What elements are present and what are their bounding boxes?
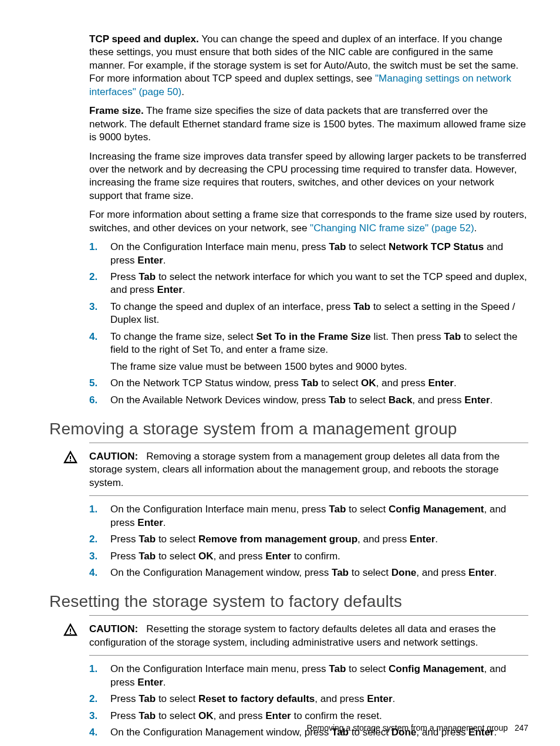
bold: Enter [367,693,392,704]
step-item: 2.Press Tab to select Remove from manage… [89,533,528,546]
bold: OK [198,710,214,721]
bold: Tab [329,241,346,252]
paragraph-tcp: TCP speed and duplex. You can change the… [49,33,528,99]
step-text: On the Configuration Interface main menu… [110,241,503,265]
step-text: Press Tab to select the network interfac… [110,271,527,295]
bold: Enter [137,255,163,266]
bold: Enter [428,377,453,389]
step-number: 3. [89,710,97,723]
bold: Tab [139,534,156,545]
bold: Tab [329,394,346,406]
caution-text: Removing a storage system from a managem… [89,451,500,488]
caution-label: CAUTION: [89,451,138,462]
caution-label: CAUTION: [89,623,138,634]
step-item: 3.To change the speed and duplex of an i… [89,301,528,327]
step-item: 6.On the Available Network Devices windo… [89,394,528,407]
bold: Tab [329,504,346,515]
bold: Reset to factory defaults [198,693,315,704]
step-item: 1.On the Configuration Interface main me… [89,503,528,529]
step-text: On the Configuration Management window, … [110,567,497,578]
step-number: 4. [89,330,97,343]
caution-removing: CAUTION: Removing a storage system from … [49,450,528,490]
section-rule [89,615,528,616]
step-number: 3. [89,301,97,313]
step-text: Press Tab to select Reset to factory def… [110,693,395,704]
step-item: 1.On the Configuration Interface main me… [89,241,528,267]
bold: Enter [137,677,163,688]
step-text: To change the frame size, select Set To … [110,331,518,355]
step-number: 3. [89,550,97,563]
bold: Tab [329,663,346,674]
caution-resetting: CAUTION: Resetting the storage system to… [49,623,528,649]
bold: Tab [444,331,461,342]
paragraph-frame-explain: Increasing the frame size improves data … [49,150,528,203]
bold: Tab [139,710,156,721]
step-text: On the Configuration Interface main menu… [110,504,506,528]
caution-text: Resetting the storage system to factory … [89,623,496,647]
bold: Tab [301,377,318,389]
step-text: Press Tab to select Remove from manageme… [110,534,438,545]
bold: Set To in the Frame Size [257,331,371,342]
link-changing-nic[interactable]: "Changing NIC frame size" (page 52) [310,222,474,234]
text: . [474,222,477,234]
bold: Enter [468,567,494,578]
bold: OK [361,377,376,389]
paragraph-frame-more: For more information about setting a fra… [49,208,528,235]
bold: Tab [332,567,349,578]
step-number: 1. [89,241,97,254]
bold: Tab [353,301,370,312]
step-text: Press Tab to select OK, and press Enter … [110,551,340,562]
bold: Enter [464,394,490,406]
step-text: Press Tab to select OK, and press Enter … [110,710,382,721]
step-number: 1. [89,503,97,516]
caution-rule [89,495,528,496]
bold: Tab [139,693,156,704]
text: . [181,86,184,97]
section-rule [89,443,528,443]
bold: Enter [410,534,435,545]
paragraph-frame-size: Frame size. The frame size specifies the… [49,104,528,144]
step-item: 1.On the Configuration Interface main me… [89,663,528,689]
step-number: 4. [89,566,97,579]
bold-lead: TCP speed and duplex. [89,33,199,45]
step-number: 2. [89,533,97,546]
svg-rect-1 [70,460,71,461]
svg-rect-0 [70,456,71,460]
bold: Config Management [389,504,484,515]
step-text: On the Configuration Interface main menu… [110,663,506,687]
bold: Enter [137,517,163,528]
bold: Back [389,394,413,406]
step-text: On the Network TCP Status window, press … [110,377,457,389]
step-item: 4.To change the frame size, select Set T… [89,330,528,373]
page-footer: Removing a storage system from a managem… [307,723,528,733]
bold: Tab [139,271,156,282]
step-text: To change the speed and duplex of an int… [110,301,515,325]
bold: OK [198,551,214,562]
svg-rect-3 [70,633,71,634]
bold: Config Management [389,663,484,674]
step-number: 2. [89,271,97,283]
step-item: 4.On the Configuration Management window… [89,566,528,579]
step-item: 2.Press Tab to select the network interf… [89,271,528,297]
step-item: 5.On the Network TCP Status window, pres… [89,377,528,390]
step-text: On the Available Network Devices window,… [110,394,492,406]
bold: Done [392,567,417,578]
bold: Enter [265,551,291,562]
svg-rect-2 [70,629,71,632]
steps-removing: 1.On the Configuration Interface main me… [49,503,528,579]
step-number: 5. [89,377,97,390]
heading-removing: Removing a storage system from a managem… [49,418,528,440]
step-item: 2.Press Tab to select Reset to factory d… [89,693,528,706]
bold: Enter [157,284,182,295]
step-number: 1. [89,663,97,676]
step-item: 3.Press Tab to select OK, and press Ente… [89,710,528,723]
bold: Enter [265,710,291,721]
step-item: 3.Press Tab to select OK, and press Ente… [89,550,528,563]
step-subtext: The frame size value must be between 150… [110,360,528,373]
footer-page: 247 [515,723,528,733]
bold: Remove from management group [198,534,357,545]
footer-title: Removing a storage system from a managem… [307,723,508,733]
caution-icon [63,450,77,464]
bold: Network TCP Status [389,241,484,252]
caution-icon [63,623,77,637]
